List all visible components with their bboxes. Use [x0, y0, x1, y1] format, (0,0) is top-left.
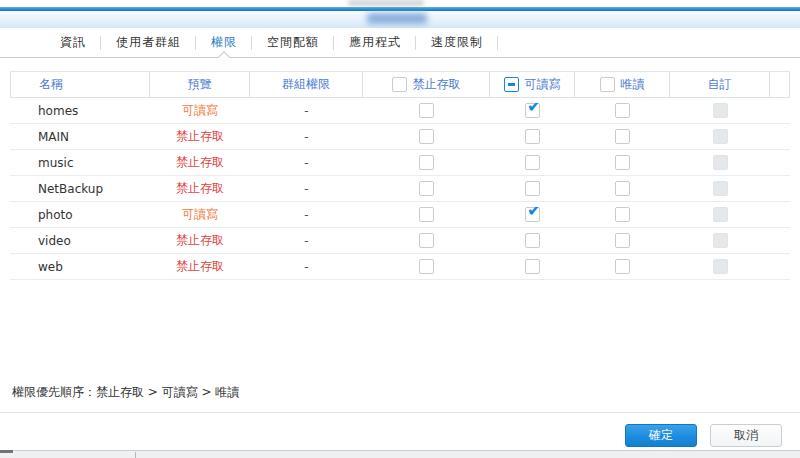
preview-status: 可讀寫 — [150, 206, 250, 223]
no-access-checkbox[interactable] — [419, 155, 434, 170]
background-artifact-line — [135, 452, 136, 458]
read-only-checkbox[interactable] — [615, 155, 630, 170]
tab-label: 應用程式 — [349, 34, 401, 51]
table-row[interactable]: photo 可讀寫 - — [10, 202, 790, 228]
column-header-group-permission[interactable]: 群組權限 — [250, 72, 363, 97]
read-write-checkbox[interactable] — [525, 103, 540, 118]
read-write-checkbox[interactable] — [525, 233, 540, 248]
read-only-checkbox[interactable] — [615, 233, 630, 248]
tab-label: 速度限制 — [431, 34, 483, 51]
read-write-checkbox[interactable] — [525, 155, 540, 170]
column-header-read-only-label: 唯讀 — [621, 76, 645, 93]
group-permission-value: - — [250, 104, 363, 118]
column-header-filler — [770, 72, 790, 97]
column-header-no-access: 禁止存取 — [363, 72, 490, 97]
table-row[interactable]: homes 可讀寫 - — [10, 98, 790, 124]
column-header-read-write: 可讀寫 — [490, 72, 575, 97]
dialog-content: 名稱 預覽 群組權限 禁止存取 可讀寫 — [0, 58, 800, 413]
table-row[interactable]: NetBackup 禁止存取 - — [10, 176, 790, 202]
read-only-select-all-checkbox[interactable] — [600, 77, 615, 92]
read-write-select-all-checkbox[interactable] — [504, 77, 519, 92]
screen: 資訊 使用者群組 權限 空間配額 應用程式 速度限制 名稱 預覽 群組權限 禁止… — [0, 0, 800, 458]
tab-info[interactable]: 資訊 — [45, 28, 101, 57]
tab-bar: 資訊 使用者群組 權限 空間配額 應用程式 速度限制 — [0, 28, 800, 58]
shared-folder-name: music — [10, 156, 150, 170]
preview-status: 禁止存取 — [150, 232, 250, 249]
no-access-select-all-checkbox[interactable] — [392, 77, 407, 92]
shared-folder-name: NetBackup — [10, 182, 150, 196]
background-window-edge — [0, 450, 800, 458]
custom-checkbox — [713, 259, 728, 274]
tab-label: 資訊 — [60, 34, 86, 51]
group-permission-value: - — [250, 130, 363, 144]
table-row[interactable]: video 禁止存取 - — [10, 228, 790, 254]
group-permission-value: - — [250, 260, 363, 274]
dialog-titlebar[interactable] — [0, 11, 800, 28]
shared-folder-name: homes — [10, 104, 150, 118]
custom-checkbox — [713, 155, 728, 170]
tab-quota[interactable]: 空間配額 — [252, 28, 334, 57]
tab-permissions[interactable]: 權限 — [196, 28, 252, 57]
read-write-checkbox[interactable] — [525, 259, 540, 274]
read-only-checkbox[interactable] — [615, 259, 630, 274]
shared-folder-name: web — [10, 260, 150, 274]
no-access-checkbox[interactable] — [419, 103, 434, 118]
custom-checkbox — [713, 103, 728, 118]
preview-status: 可讀寫 — [150, 102, 250, 119]
no-access-checkbox[interactable] — [419, 181, 434, 196]
column-header-read-only: 唯讀 — [575, 72, 670, 97]
tab-label: 空間配額 — [267, 34, 319, 51]
preview-status: 禁止存取 — [150, 180, 250, 197]
read-only-checkbox[interactable] — [615, 129, 630, 144]
read-write-checkbox[interactable] — [525, 207, 540, 222]
redacted-dialog-title — [367, 13, 427, 24]
tab-label: 權限 — [211, 34, 237, 51]
preview-status: 禁止存取 — [150, 154, 250, 171]
shared-folder-name: video — [10, 234, 150, 248]
read-only-checkbox[interactable] — [615, 207, 630, 222]
table-row[interactable]: music 禁止存取 - — [10, 150, 790, 176]
group-permission-value: - — [250, 234, 363, 248]
no-access-checkbox[interactable] — [419, 259, 434, 274]
custom-checkbox — [713, 129, 728, 144]
read-only-checkbox[interactable] — [615, 181, 630, 196]
tab-applications[interactable]: 應用程式 — [334, 28, 416, 57]
read-write-checkbox[interactable] — [525, 129, 540, 144]
ok-button[interactable]: 確定 — [625, 424, 697, 447]
permissions-table: 名稱 預覽 群組權限 禁止存取 可讀寫 — [10, 71, 790, 280]
column-header-read-write-label: 可讀寫 — [525, 76, 561, 93]
tab-label: 使用者群組 — [116, 34, 181, 51]
permission-priority-note: 權限優先順序：禁止存取 > 可讀寫 > 唯讀 — [12, 384, 239, 401]
column-header-custom[interactable]: 自訂 — [670, 72, 770, 97]
no-access-checkbox[interactable] — [419, 233, 434, 248]
background-artifact — [0, 450, 13, 453]
custom-checkbox — [713, 233, 728, 248]
group-permission-value: - — [250, 182, 363, 196]
redacted-background-blur — [348, 0, 424, 6]
custom-checkbox — [713, 181, 728, 196]
no-access-checkbox[interactable] — [419, 129, 434, 144]
group-permission-value: - — [250, 156, 363, 170]
tab-user-groups[interactable]: 使用者群組 — [101, 28, 196, 57]
column-header-name[interactable]: 名稱 — [10, 72, 150, 97]
preview-status: 禁止存取 — [150, 128, 250, 145]
no-access-checkbox[interactable] — [419, 207, 434, 222]
table-header-row: 名稱 預覽 群組權限 禁止存取 可讀寫 — [10, 71, 790, 98]
custom-checkbox — [713, 207, 728, 222]
shared-folder-name: photo — [10, 208, 150, 222]
read-only-checkbox[interactable] — [615, 103, 630, 118]
preview-status: 禁止存取 — [150, 258, 250, 275]
read-write-checkbox[interactable] — [525, 181, 540, 196]
group-permission-value: - — [250, 208, 363, 222]
column-header-no-access-label: 禁止存取 — [413, 76, 461, 93]
column-header-preview[interactable]: 預覽 — [150, 72, 250, 97]
cancel-button[interactable]: 取消 — [710, 424, 782, 447]
table-row[interactable]: web 禁止存取 - — [10, 254, 790, 280]
shared-folder-name: MAIN — [10, 130, 150, 144]
button-bar: 確定 取消 — [0, 413, 800, 450]
background-top-strip — [0, 0, 800, 7]
table-row[interactable]: MAIN 禁止存取 - — [10, 124, 790, 150]
tab-speed-limit[interactable]: 速度限制 — [416, 28, 498, 57]
